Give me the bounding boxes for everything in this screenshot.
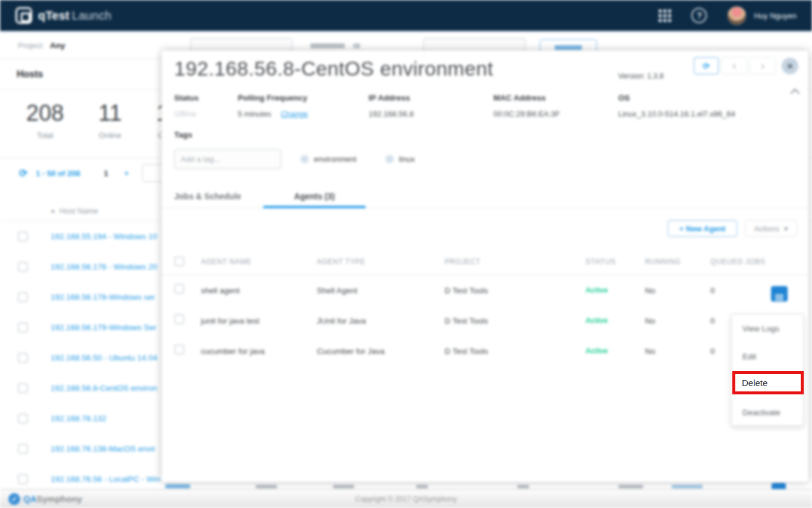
- host-name-column-header[interactable]: Host Name: [59, 206, 98, 215]
- row-checkbox[interactable]: [18, 353, 28, 363]
- host-detail-modal: 192.168.56.8-CentOS environment Version:…: [162, 51, 808, 482]
- agent-project: D Test Tools: [445, 347, 488, 356]
- sort-asc-icon: ▲: [51, 208, 55, 214]
- blurred-label-fragment: [310, 43, 345, 48]
- user-name[interactable]: Huy Nguyen: [754, 11, 797, 20]
- status-field: Status Offline: [174, 93, 199, 118]
- host-link[interactable]: 192.168.56.179-Windows Ser: [51, 323, 156, 332]
- row-checkbox[interactable]: [18, 383, 28, 393]
- tag-remove-icon[interactable]: ✕: [300, 155, 309, 164]
- os-field: OS Linux_3.10.0-514.16.1.el7.x86_64: [618, 93, 735, 118]
- prev-host-button[interactable]: ‹: [721, 57, 747, 74]
- host-info-row: Status Offline Polling Frequency 5 minut…: [162, 93, 808, 135]
- agent-type: JUnit for Java: [317, 316, 366, 325]
- qasymphony-logo-text: QASymphony: [23, 494, 82, 504]
- row-menu-button[interactable]: [771, 286, 788, 302]
- select-all-checkbox[interactable]: [174, 256, 184, 266]
- row-checkbox[interactable]: [174, 284, 184, 294]
- modal-tabs: Jobs & Schedule Agents (3): [162, 184, 808, 208]
- agent-queued: 0: [710, 286, 715, 295]
- agent-name: junit for java test: [201, 316, 259, 325]
- blurred-ui-layer: qTestLaunch ? Huy Nguyen Project: Any: [0, 0, 812, 508]
- host-link[interactable]: 192.168.76.56 - LocalPC - Win: [51, 475, 160, 484]
- row-checkbox[interactable]: [18, 413, 28, 424]
- change-polling-link[interactable]: Change: [281, 109, 308, 118]
- user-avatar[interactable]: [727, 6, 747, 26]
- context-menu-item-edit[interactable]: Edit: [732, 343, 803, 371]
- brand-secondary: Launch: [72, 9, 112, 22]
- project-label: Project:: [18, 41, 44, 50]
- next-host-button[interactable]: ›: [750, 57, 776, 74]
- row-checkbox[interactable]: [18, 262, 28, 272]
- agent-status: Active: [586, 286, 608, 294]
- tag-remove-icon[interactable]: ✕: [385, 155, 394, 164]
- context-menu-item-view-logs[interactable]: View Logs: [732, 315, 803, 343]
- agent-status: Active: [586, 316, 608, 325]
- polling-value: 5 minutes: [238, 109, 271, 118]
- app-grid-icon[interactable]: [659, 10, 671, 22]
- agent-type: Shell Agent: [317, 286, 357, 295]
- row-checkbox[interactable]: [174, 314, 184, 324]
- top-navbar: qTestLaunch ? Huy Nguyen: [0, 0, 812, 31]
- caret-down-icon: ▾: [784, 224, 788, 233]
- agent-version: Version: 1.3.8: [618, 72, 663, 80]
- close-icon[interactable]: ✕: [782, 58, 798, 74]
- ip-field: IP Address 192.168.56.8: [369, 93, 414, 118]
- stat-total: 208 Total: [26, 101, 64, 158]
- brand: qTestLaunch: [15, 7, 112, 24]
- agent-running: No: [645, 286, 655, 295]
- agent-row: cucumber for java Cucumber for Java D Te…: [162, 336, 808, 366]
- host-link[interactable]: 192.168.56.8-CentOS environ: [51, 384, 157, 393]
- pagination-page[interactable]: 1: [104, 169, 108, 178]
- mac-value: 00:0C:29:B6:EA:3F: [493, 109, 560, 118]
- qasymphony-logo-icon: ✓: [8, 493, 20, 505]
- add-tag-input[interactable]: [174, 149, 281, 169]
- tab-jobs-schedule[interactable]: Jobs & Schedule: [174, 184, 241, 208]
- row-checkbox[interactable]: [174, 344, 184, 355]
- status-value: Offline: [174, 109, 199, 118]
- tags-label: Tags: [174, 130, 193, 139]
- stat-online: 11 Online: [98, 101, 121, 158]
- blurred-label-fragment: [353, 43, 360, 48]
- host-link[interactable]: 192.168.55.194 - Windows 10: [51, 232, 157, 241]
- page-size-caret-icon[interactable]: ▾: [125, 170, 128, 177]
- project-value[interactable]: Any: [50, 41, 65, 50]
- qtest-logo-icon: [15, 7, 32, 24]
- context-menu-item-deactivate[interactable]: Deactivate: [732, 399, 803, 427]
- modal-refresh-button[interactable]: ⟳: [694, 57, 719, 74]
- row-checkbox[interactable]: [18, 292, 28, 302]
- actions-button[interactable]: Actions ▾: [745, 220, 797, 237]
- agent-project: D Test Tools: [445, 316, 488, 325]
- row-checkbox[interactable]: [18, 231, 28, 242]
- help-icon[interactable]: ?: [691, 8, 707, 23]
- host-link[interactable]: 192.168.56.50 - Ubuntu 14.04: [51, 353, 157, 362]
- row-checkbox[interactable]: [18, 322, 28, 333]
- agent-name: cucumber for java: [201, 347, 265, 356]
- host-link[interactable]: 192.168.56.178-Windows ser: [51, 293, 155, 302]
- ip-value: 192.168.56.8: [369, 109, 414, 118]
- agent-type: Cucumber for Java: [317, 347, 385, 356]
- active-tab-indicator: [263, 206, 366, 208]
- host-link[interactable]: 192.168.76.132: [51, 414, 106, 423]
- agent-project: D Test Tools: [445, 286, 488, 295]
- new-agent-button[interactable]: + New Agent: [668, 220, 737, 237]
- app-screen: qTestLaunch ? Huy Nguyen Project: Any: [0, 0, 812, 508]
- agent-name: shell agent: [201, 286, 240, 295]
- host-link[interactable]: 192.168.56.178 - Windows 20: [51, 262, 157, 271]
- context-menu-item-delete-highlighted[interactable]: Delete: [732, 371, 804, 394]
- refresh-icon[interactable]: ⟳: [19, 167, 27, 180]
- row-checkbox[interactable]: [18, 444, 28, 454]
- agent-row: shell agent Shell Agent D Test Tools Act…: [162, 275, 808, 306]
- tab-agents[interactable]: Agents (3): [263, 184, 366, 208]
- page-footer: ✓ QASymphony Copyright © 2017 QASymphony: [0, 489, 812, 508]
- agent-queued: 0: [710, 347, 715, 356]
- tag-chip[interactable]: ✕ environment: [300, 155, 357, 164]
- tag-chip[interactable]: ✕ linux: [385, 155, 415, 164]
- host-link[interactable]: 192.168.76.138-MacOS envir: [51, 444, 155, 453]
- agent-row: junit for java test JUnit for Java D Tes…: [162, 306, 808, 336]
- mac-field: MAC Address 00:0C:29:B6:EA:3F: [493, 93, 560, 118]
- agent-status: Active: [586, 347, 608, 355]
- brand-text: qTestLaunch: [38, 9, 112, 23]
- pagination-range: 1 - 50 of 208: [36, 169, 80, 178]
- agent-running: No: [645, 347, 655, 356]
